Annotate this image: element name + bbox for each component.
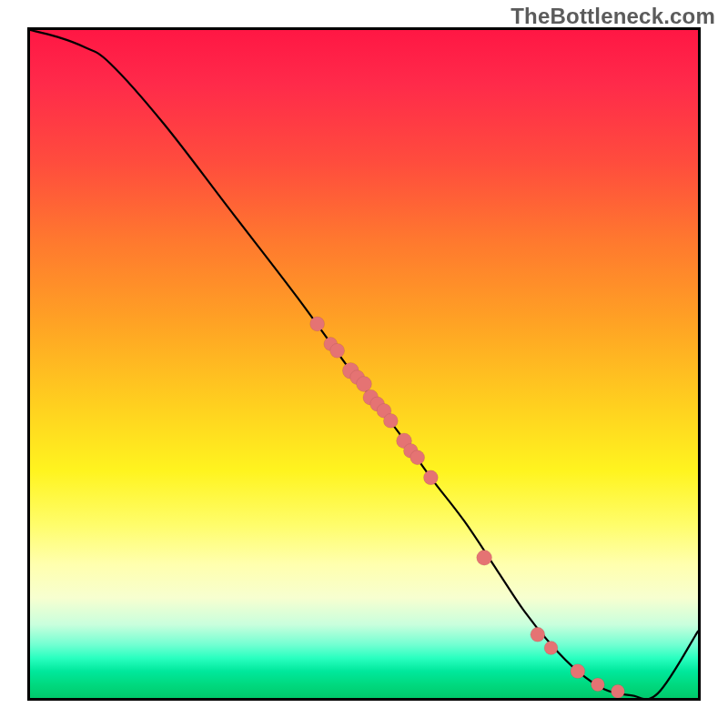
data-marker bbox=[357, 377, 372, 392]
chart-container: TheBottleneck.com bbox=[0, 0, 728, 728]
data-marker bbox=[330, 343, 345, 358]
data-marker bbox=[571, 664, 585, 679]
watermark-text: TheBottleneck.com bbox=[511, 4, 715, 29]
data-marker bbox=[531, 627, 545, 642]
data-marker bbox=[310, 317, 325, 331]
data-marker bbox=[477, 550, 492, 565]
data-marker bbox=[410, 450, 425, 465]
data-marker bbox=[423, 470, 438, 485]
data-marker bbox=[544, 642, 558, 655]
bottleneck-curve bbox=[30, 30, 698, 698]
plot-area bbox=[27, 27, 701, 701]
chart-overlay bbox=[30, 30, 698, 698]
data-marker bbox=[383, 413, 398, 428]
data-marker bbox=[591, 678, 604, 692]
data-marker bbox=[611, 684, 624, 698]
data-markers bbox=[310, 317, 625, 698]
